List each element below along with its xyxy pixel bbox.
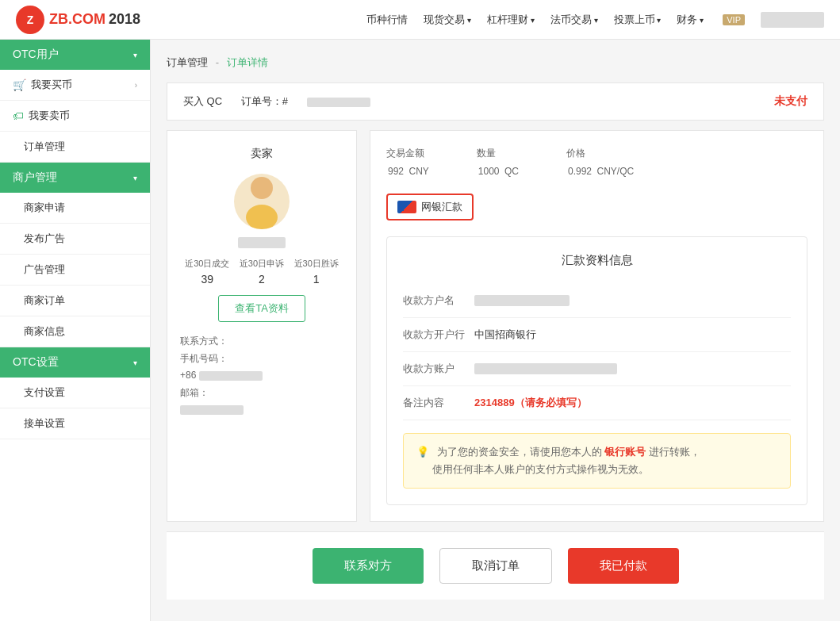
sidebar-section-merchant[interactable]: 商户管理 ▾ <box>0 163 150 193</box>
email-row: 邮箱： <box>180 385 343 419</box>
bank-remark-value: 2314889（请务必填写） <box>474 396 791 410</box>
page-layout: OTC用户 ▾ 🛒 我要买币 › 🏷 我要卖币 订单管理 商户管理 ▾ 商家申请… <box>0 40 840 621</box>
phone-blur <box>199 371 263 381</box>
chevron-down-icon: ▾ <box>133 51 137 59</box>
svg-point-1 <box>246 205 278 229</box>
sidebar-item-order-settings[interactable]: 接单设置 <box>0 408 150 439</box>
nav-finance[interactable]: 财务 <box>677 13 704 27</box>
contact-info: 联系方式： 手机号码： +86 邮箱： <box>180 333 343 419</box>
order-header: 买入 QC 订单号：# 未支付 <box>167 82 824 121</box>
nav-leverage[interactable]: 杠杆理财 <box>487 13 535 27</box>
bank-field-account: 收款方账户 <box>403 352 791 386</box>
nav-fiat[interactable]: 法币交易 <box>550 13 598 27</box>
seller-avatar <box>234 174 290 229</box>
sidebar-item-publish-ad[interactable]: 发布广告 <box>0 224 150 255</box>
seller-panel: 卖家 近30日成交 39 近30日申诉 <box>167 130 357 522</box>
svg-point-0 <box>251 177 273 199</box>
logo-area: Z ZB.COM 2018 <box>16 6 140 34</box>
stat-wins: 近30日胜诉 1 <box>294 258 339 286</box>
bank-card-icon <box>397 201 416 213</box>
bulb-icon: 💡 <box>416 446 429 458</box>
sidebar-item-orders[interactable]: 订单管理 <box>0 132 150 163</box>
top-nav: Z ZB.COM 2018 币种行情 现货交易 杠杆理财 法币交易 投票上币 财… <box>0 0 840 40</box>
stat-transactions: 近30日成交 39 <box>185 258 229 286</box>
bottom-actions: 联系对方 取消订单 我已付款 <box>167 531 824 600</box>
trade-summary: 交易金额 992 CNY 数量 1000 QC <box>386 147 807 178</box>
summary-price: 价格 0.992 CNY/QC <box>566 147 634 178</box>
logo-text: ZB.COM <box>49 11 105 28</box>
breadcrumb-parent: 订单管理 <box>167 56 208 68</box>
vip-badge: VIP <box>723 14 745 25</box>
nav-links: 币种行情 现货交易 杠杆理财 法币交易 投票上币 财务 VIP <box>366 12 824 28</box>
cancel-button[interactable]: 取消订单 <box>439 548 552 584</box>
sidebar-item-ad-manage[interactable]: 广告管理 <box>0 255 150 286</box>
paid-button[interactable]: 我已付款 <box>568 548 679 584</box>
right-panel: 交易金额 992 CNY 数量 1000 QC <box>370 130 824 522</box>
main-content: 订单管理 - 订单详情 买入 QC 订单号：# 未支付 卖家 <box>151 40 840 621</box>
bank-info-title: 汇款资料信息 <box>403 253 791 268</box>
stat-disputes: 近30日申诉 2 <box>240 258 284 286</box>
sidebar-item-merchant-orders[interactable]: 商家订单 <box>0 286 150 316</box>
bank-account-blur <box>474 363 617 374</box>
seller-stats: 近30日成交 39 近30日申诉 2 近30日胜诉 1 <box>180 258 343 286</box>
payment-method-section: 网银汇款 <box>386 194 807 220</box>
logo-icon: Z <box>16 6 44 34</box>
warning-box: 💡 为了您的资金安全，请使用您本人的 银行账号 进行转账， 使用任何非本人账户的… <box>403 433 791 489</box>
user-avatar <box>761 12 824 28</box>
seller-title: 卖家 <box>180 147 343 161</box>
order-status: 未支付 <box>774 94 807 109</box>
seller-name <box>238 237 286 248</box>
phone-row: 手机号码： +86 <box>180 351 343 385</box>
breadcrumb-current: 订单详情 <box>227 56 268 68</box>
sidebar-item-sell[interactable]: 🏷 我要卖币 <box>0 101 150 132</box>
bank-name-value: 中国招商银行 <box>474 328 791 342</box>
bank-name-blur <box>474 295 570 306</box>
bank-field-remark: 备注内容 2314889（请务必填写） <box>403 386 791 420</box>
breadcrumb: 订单管理 - 订单详情 <box>167 56 824 70</box>
sidebar-item-merchant-info[interactable]: 商家信息 <box>0 316 150 347</box>
breadcrumb-separator: - <box>216 56 219 68</box>
logo-year: 2018 <box>109 11 140 28</box>
bank-field-bank: 收款方开户行 中国招商银行 <box>403 318 791 352</box>
sidebar-section-otc-settings[interactable]: OTC设置 ▾ <box>0 347 150 378</box>
nav-market[interactable]: 币种行情 <box>366 13 408 27</box>
sidebar-item-merchant-apply[interactable]: 商家申请 <box>0 193 150 224</box>
tag-icon: 🏷 <box>13 109 24 122</box>
contact-button[interactable]: 联系对方 <box>313 548 424 584</box>
order-number-label: 订单号：# <box>241 95 386 107</box>
sidebar-item-buy[interactable]: 🛒 我要买币 › <box>0 70 150 101</box>
cart-icon: 🛒 <box>13 79 26 91</box>
contact-label: 联系方式： <box>180 333 343 351</box>
order-number-blur <box>307 98 370 107</box>
order-body: 卖家 近30日成交 39 近30日申诉 <box>167 130 824 522</box>
summary-amount: 交易金额 992 CNY <box>386 147 429 178</box>
bank-field-name: 收款方户名 <box>403 284 791 318</box>
nav-vote[interactable]: 投票上币 <box>614 13 662 27</box>
chevron-right-icon: › <box>135 81 137 90</box>
chevron-down-icon: ▾ <box>133 358 137 367</box>
chevron-down-icon: ▾ <box>133 174 137 182</box>
summary-quantity: 数量 1000 QC <box>477 147 519 178</box>
sidebar-item-payment-settings[interactable]: 支付设置 <box>0 378 150 408</box>
seller-avatar-icon <box>238 174 286 229</box>
email-blur <box>180 405 244 415</box>
order-type: 买入 QC <box>183 95 222 107</box>
view-ta-button[interactable]: 查看TA资料 <box>218 295 305 322</box>
order-info: 买入 QC 订单号：# <box>183 94 402 109</box>
bank-info-box: 汇款资料信息 收款方户名 收款方开户行 中国招商银行 收款方账户 <box>386 236 807 505</box>
sidebar: OTC用户 ▾ 🛒 我要买币 › 🏷 我要卖币 订单管理 商户管理 ▾ 商家申请… <box>0 40 151 621</box>
payment-bank-button[interactable]: 网银汇款 <box>386 194 474 220</box>
sidebar-section-otc-user[interactable]: OTC用户 ▾ <box>0 40 150 70</box>
nav-spot[interactable]: 现货交易 <box>424 13 471 27</box>
